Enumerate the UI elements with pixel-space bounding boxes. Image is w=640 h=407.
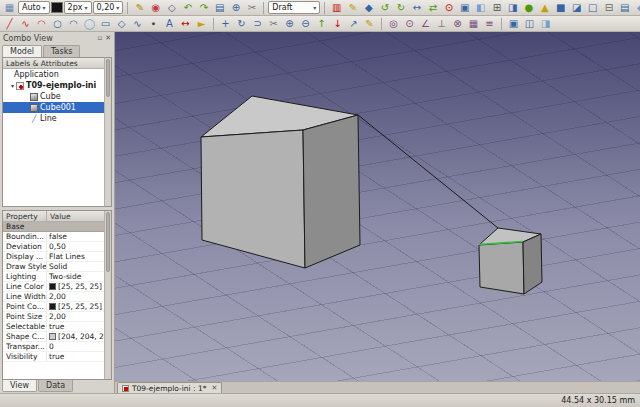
toolbar-icon[interactable]: ✂ xyxy=(244,1,259,14)
toolbar-icon[interactable]: ↗ xyxy=(346,17,361,30)
property-value[interactable]: 0 xyxy=(47,342,111,351)
close-tab-icon[interactable]: ✕ xyxy=(211,384,217,392)
toolbar-icon[interactable]: ↻ xyxy=(234,17,249,30)
toolbar-icon[interactable]: ↔ xyxy=(409,1,424,14)
toolbar-icon[interactable]: ✎ xyxy=(362,17,377,30)
property-row[interactable]: Point Size 2,00 xyxy=(3,312,111,322)
toolbar-icon[interactable]: ⊕ xyxy=(282,17,297,30)
toolbar-icon[interactable]: ▣ xyxy=(457,1,472,14)
toolbar-icon[interactable]: ◠ xyxy=(34,17,49,30)
property-value[interactable]: Two-side xyxy=(47,272,111,281)
tree-item[interactable]: Application xyxy=(3,69,111,80)
toolbar-icon[interactable]: ∠ xyxy=(418,17,433,30)
toolbar-icon[interactable]: ✎ xyxy=(345,1,360,14)
toolbar-icon[interactable]: ◨ xyxy=(538,17,553,30)
float-panel-icon[interactable]: ▫ xyxy=(97,34,102,42)
toolbar-icon[interactable]: ◇ xyxy=(114,17,129,30)
property-value[interactable]: [25, 25, 25] xyxy=(47,302,111,311)
property-value[interactable]: true xyxy=(47,322,111,331)
toolbar-icon[interactable]: ↺ xyxy=(377,1,392,14)
line-width-combo[interactable]: 2px ▾ xyxy=(64,1,92,14)
property-row[interactable]: Deviation 0,50 xyxy=(3,242,111,252)
toolbar-icon[interactable]: ╱ xyxy=(2,17,17,30)
toolbar-icon[interactable]: ⊗ xyxy=(450,17,465,30)
toolbar-icon[interactable]: ✎ xyxy=(132,1,147,14)
cube-object[interactable] xyxy=(201,96,360,268)
line-color-swatch[interactable] xyxy=(51,2,63,13)
toolbar-icon[interactable]: ◧ xyxy=(473,1,488,14)
toolbar-icon[interactable]: ● xyxy=(521,1,536,14)
toolbar-icon[interactable]: ∿ xyxy=(130,17,145,30)
toolbar-icon[interactable]: ▦ xyxy=(466,17,481,30)
line-object[interactable] xyxy=(358,115,498,228)
property-row[interactable]: Display ... Flat Lines xyxy=(3,252,111,262)
toolbar-icon[interactable]: ✂ xyxy=(266,17,281,30)
toolbar-icon[interactable]: A xyxy=(162,17,177,30)
toolbar-icon[interactable]: + xyxy=(218,17,233,30)
toolbar-icon[interactable]: ⊕ xyxy=(228,1,243,14)
cube001-object[interactable] xyxy=(479,228,542,294)
combo-view-tab[interactable]: Model xyxy=(2,45,42,57)
toolbar-icon[interactable]: ⊖ xyxy=(298,17,313,30)
toolbar-icon[interactable]: ◉ xyxy=(148,1,163,14)
toolbar-icon[interactable]: ▣ xyxy=(506,17,521,30)
property-value[interactable]: false xyxy=(47,232,111,241)
toolbar-icon[interactable]: ↶ xyxy=(180,1,195,14)
property-value[interactable]: Solid xyxy=(47,262,111,271)
cube-front-face[interactable] xyxy=(201,130,305,268)
property-value[interactable]: 2,00 xyxy=(47,292,111,301)
toolbar-icon[interactable]: ► xyxy=(194,17,209,30)
property-row[interactable]: Selectable true xyxy=(3,322,111,332)
property-row[interactable]: Boundin... false xyxy=(3,232,111,242)
tree-scrollbar[interactable] xyxy=(104,58,111,206)
cube001-front-face[interactable] xyxy=(479,242,524,294)
close-panel-icon[interactable]: ✕ xyxy=(105,34,111,42)
property-value[interactable]: [25, 25, 25] xyxy=(47,282,111,291)
toolbar-icon[interactable]: ◆ xyxy=(361,1,376,14)
property-value[interactable]: 2,00 xyxy=(47,312,111,321)
properties-scrollbar[interactable] xyxy=(104,211,111,379)
toolbar-icon[interactable]: ↔ xyxy=(178,17,193,30)
toolbar-icon[interactable]: ■ xyxy=(553,1,568,14)
property-mode-tab[interactable]: View xyxy=(2,380,37,392)
toolbar-icon[interactable]: ◫ xyxy=(522,17,537,30)
toolbar-icon[interactable]: ↓ xyxy=(330,17,345,30)
toolbar-icon[interactable]: ◎ xyxy=(386,17,401,30)
toolbar-icon[interactable]: ◇ xyxy=(164,1,179,14)
toolbar-icon[interactable]: ○ xyxy=(50,17,65,30)
scrollbar-thumb[interactable] xyxy=(106,212,110,272)
toolbar-icon[interactable]: ⇄ xyxy=(425,1,440,14)
toolbar-icon[interactable]: ▥ xyxy=(329,1,344,14)
property-row[interactable]: Shape C... [204, 204, 204] xyxy=(3,332,111,342)
property-value[interactable]: [204, 204, 204] xyxy=(47,332,111,341)
toolbar-icon[interactable]: ◆ xyxy=(633,1,640,14)
tree-expander-icon[interactable]: ▾ xyxy=(9,82,16,89)
tree-item[interactable]: Cube001 xyxy=(3,102,111,113)
cube-right-face[interactable] xyxy=(303,115,360,268)
autogroup-combo[interactable]: Auto ▾ xyxy=(18,1,50,14)
property-value[interactable]: 0,50 xyxy=(47,242,111,251)
toolbar-icon[interactable]: ▤ xyxy=(617,1,632,14)
working-plane-icon[interactable]: ▦ xyxy=(2,1,17,14)
property-group-base[interactable]: Base xyxy=(3,222,111,232)
toolbar-icon[interactable]: □ xyxy=(585,1,600,14)
property-value[interactable]: true xyxy=(47,352,111,361)
toolbar-icon[interactable]: ⊞ xyxy=(489,1,504,14)
toolbar-icon[interactable]: ◯ xyxy=(82,17,97,30)
toolbar-icon[interactable]: ▲ xyxy=(537,1,552,14)
scrollbar-thumb[interactable] xyxy=(106,59,110,97)
tree-item[interactable]: ▾ T09-ejemplo-ini xyxy=(3,80,111,91)
toolbar-icon[interactable]: ⊙ xyxy=(441,1,456,14)
property-row[interactable]: Draw Style Solid xyxy=(3,262,111,272)
toolbar-icon[interactable]: ◪ xyxy=(569,1,584,14)
property-row[interactable]: Point Co... [25, 25, 25] xyxy=(3,302,111,312)
toolbar-icon[interactable]: ↻ xyxy=(393,1,408,14)
toolbar-icon[interactable]: ⊃ xyxy=(250,17,265,30)
property-row[interactable]: Line Width 2,00 xyxy=(3,292,111,302)
workbench-selector[interactable]: Draft ▾ xyxy=(268,1,320,14)
cube001-right-face[interactable] xyxy=(523,234,542,294)
property-value[interactable]: Flat Lines xyxy=(47,252,111,261)
toolbar-icon[interactable]: ◨ xyxy=(505,1,520,14)
toolbar-icon[interactable]: ⊙ xyxy=(402,17,417,30)
toolbar-icon[interactable]: ↑ xyxy=(314,17,329,30)
